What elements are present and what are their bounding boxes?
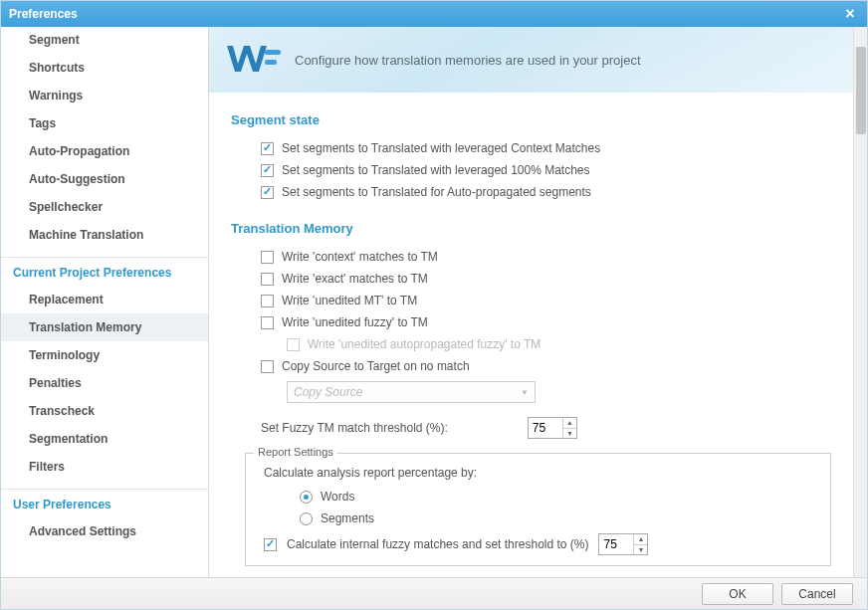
- chk-write-mt-label: Write 'unedited MT' to TM: [282, 294, 417, 307]
- chk-autoprop-label: Set segments to Translated for Auto-prop…: [282, 185, 591, 199]
- sidebar-item[interactable]: Machine Translation: [1, 221, 208, 249]
- select-copy-source-value: Copy Source: [294, 385, 362, 399]
- fuzzy-threshold-label: Set Fuzzy TM match threshold (%):: [261, 421, 448, 435]
- chk-context-matches[interactable]: [261, 142, 274, 155]
- chk-write-fuzzy-label: Write 'unedited fuzzy' to TM: [282, 315, 428, 329]
- chk-internal-fuzzy[interactable]: [264, 538, 277, 551]
- chk-write-autofuzzy: [287, 338, 300, 351]
- radio-segments[interactable]: [300, 512, 313, 525]
- select-copy-source: Copy Source ▼: [287, 381, 536, 403]
- vertical-scrollbar[interactable]: [853, 27, 867, 577]
- sidebar-item[interactable]: Spellchecker: [1, 193, 208, 221]
- chk-100-matches[interactable]: [261, 164, 274, 177]
- sidebar-item[interactable]: Tags: [1, 109, 208, 137]
- chk-autoprop[interactable]: [261, 186, 274, 199]
- close-icon[interactable]: ×: [841, 5, 859, 23]
- sidebar-item[interactable]: Translation Memory: [1, 313, 208, 341]
- banner-desc: Configure how translation memories are u…: [295, 53, 641, 68]
- sidebar-item[interactable]: Auto-Propagation: [1, 137, 208, 165]
- chk-context-matches-label: Set segments to Translated with leverage…: [282, 141, 600, 155]
- section-segment-state: Segment state: [231, 112, 831, 127]
- chk-write-exact-label: Write 'exact' matches to TM: [282, 272, 428, 286]
- sidebar-item[interactable]: Filters: [1, 453, 208, 481]
- footer: OK Cancel: [1, 577, 867, 610]
- chk-copy-source-label: Copy Source to Target on no match: [282, 359, 470, 373]
- chk-write-autofuzzy-label: Write 'unedited autopropagated fuzzy' to…: [308, 337, 541, 351]
- chk-copy-source[interactable]: [261, 360, 274, 373]
- spin-down-icon[interactable]: ▼: [563, 429, 576, 439]
- chk-internal-fuzzy-label: Calculate internal fuzzy matches and set…: [287, 537, 588, 551]
- fuzzy-threshold-spinner[interactable]: ▲ ▼: [528, 417, 577, 439]
- section-tm: Translation Memory: [231, 221, 831, 236]
- sidebar-item[interactable]: Shortcuts: [1, 54, 208, 82]
- scrollbar-thumb[interactable]: [856, 47, 866, 134]
- spin-down-icon[interactable]: ▼: [634, 545, 647, 555]
- ok-button[interactable]: OK: [702, 583, 773, 605]
- window-title: Preferences: [9, 7, 78, 21]
- banner: Configure how translation memories are u…: [209, 27, 853, 93]
- report-calc-label: Calculate analysis report percentage by:: [260, 464, 816, 486]
- sidebar-item[interactable]: Auto-Suggestion: [1, 165, 208, 193]
- app-logo: [227, 40, 281, 80]
- spin-up-icon[interactable]: ▲: [634, 534, 647, 545]
- sidebar-item[interactable]: Warnings: [1, 82, 208, 109]
- sidebar-item[interactable]: Transcheck: [1, 397, 208, 425]
- fuzzy-threshold-input[interactable]: [529, 418, 562, 438]
- radio-segments-label: Segments: [321, 511, 374, 525]
- sidebar-heading: Current Project Preferences: [1, 257, 208, 286]
- spin-up-icon[interactable]: ▲: [563, 418, 576, 429]
- sidebar-heading: User Preferences: [1, 489, 208, 517]
- cancel-button[interactable]: Cancel: [781, 583, 853, 605]
- chk-write-mt[interactable]: [261, 295, 274, 307]
- radio-words-label: Words: [321, 490, 354, 504]
- sidebar-item[interactable]: Segment: [1, 33, 208, 54]
- internal-fuzzy-spinner[interactable]: ▲ ▼: [598, 533, 648, 555]
- titlebar: Preferences ×: [1, 1, 867, 27]
- chk-write-context-label: Write 'context' matches to TM: [282, 250, 438, 264]
- sidebar-item[interactable]: Penalties: [1, 369, 208, 397]
- main-panel: Configure how translation memories are u…: [209, 27, 867, 577]
- sidebar-item[interactable]: Replacement: [1, 286, 208, 313]
- sidebar-item[interactable]: Advanced Settings: [1, 517, 208, 545]
- sidebar-item[interactable]: Terminology: [1, 341, 208, 369]
- radio-words[interactable]: [300, 491, 313, 504]
- chk-write-fuzzy[interactable]: [261, 316, 274, 329]
- internal-fuzzy-input[interactable]: [599, 534, 633, 554]
- chk-write-exact[interactable]: [261, 273, 274, 286]
- chk-100-matches-label: Set segments to Translated with leverage…: [282, 163, 590, 177]
- sidebar: SegmentShortcutsWarningsTagsAuto-Propaga…: [1, 27, 209, 577]
- svg-rect-1: [265, 60, 277, 65]
- chevron-down-icon: ▼: [521, 388, 529, 397]
- chk-write-context[interactable]: [261, 251, 274, 264]
- svg-rect-0: [265, 50, 281, 55]
- report-settings-legend: Report Settings: [254, 446, 337, 458]
- report-settings-group: Report Settings Calculate analysis repor…: [245, 453, 831, 566]
- sidebar-item[interactable]: Segmentation: [1, 425, 208, 453]
